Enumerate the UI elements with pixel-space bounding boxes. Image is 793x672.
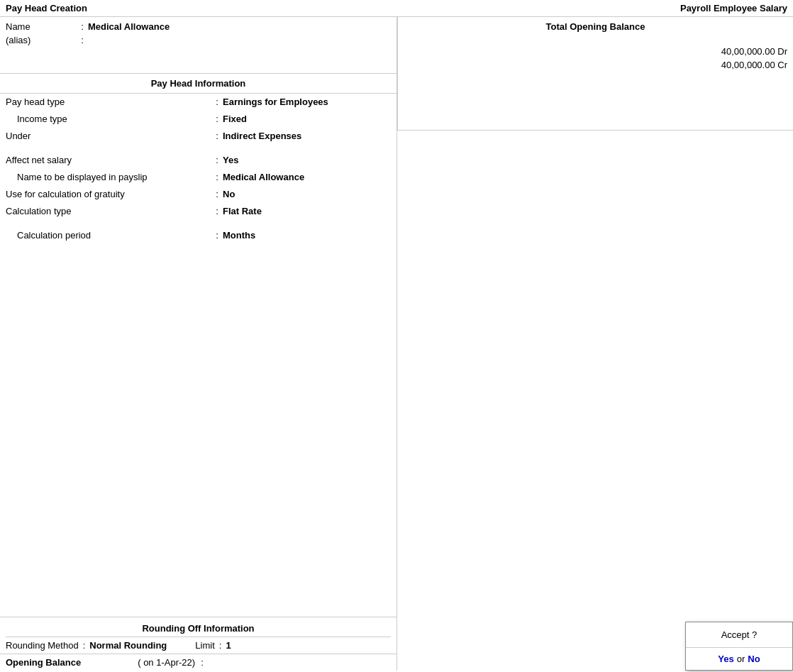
- rounding-limit-label: Limit: [195, 640, 214, 651]
- info-value: Flat Rate: [223, 206, 262, 216]
- info-row: Name to be displayed in payslip:Medical …: [6, 172, 391, 187]
- alias-sep: :: [77, 35, 88, 45]
- total-opening-balance: Total Opening Balance 40,00,000.00 Dr 40…: [397, 17, 793, 131]
- accept-yes-button[interactable]: Yes: [718, 654, 733, 664]
- accept-or-label: or: [737, 654, 745, 664]
- info-sep: :: [211, 230, 223, 241]
- left-panel: Name : Medical Allowance (alias) : Pay H…: [0, 17, 397, 671]
- info-value: Fixed: [223, 114, 247, 124]
- info-label: Calculation type: [6, 206, 211, 216]
- name-value: Medical Allowance: [88, 21, 170, 32]
- info-sep: :: [211, 155, 223, 165]
- info-sep: :: [211, 131, 223, 141]
- accept-no-button[interactable]: No: [748, 654, 760, 664]
- top-bar: Pay Head Creation Payroll Employee Salar…: [0, 0, 793, 17]
- info-row: Income type:Fixed: [6, 114, 391, 129]
- info-label: Under: [6, 131, 211, 141]
- name-row: Name : Medical Allowance: [6, 21, 391, 32]
- info-row: Calculation type:Flat Rate: [6, 206, 391, 221]
- rounding-method-value: Normal Rounding: [89, 640, 167, 651]
- info-value: Indirect Expenses: [223, 131, 301, 141]
- info-label: Affect net salary: [6, 155, 211, 165]
- info-sep: :: [211, 114, 223, 124]
- name-sep: :: [77, 21, 88, 32]
- info-value: No: [223, 189, 235, 199]
- info-label: Calculation period: [6, 230, 211, 241]
- rounding-method-label: Rounding Method: [6, 640, 79, 651]
- top-bar-left-title: Pay Head Creation: [6, 3, 87, 13]
- opening-balance-label: Opening Balance: [6, 657, 81, 668]
- tob-cr-amount: 40,00,000.00 Cr: [721, 60, 787, 70]
- info-label: Use for calculation of gratuity: [6, 189, 211, 199]
- tob-dr-amount: 40,00,000.00 Dr: [721, 46, 787, 57]
- right-content: [397, 131, 793, 671]
- info-value: Yes: [223, 155, 238, 165]
- info-row: Calculation period:Months: [6, 230, 391, 246]
- info-label: Income type: [6, 114, 211, 124]
- info-value: Earnings for Employees: [223, 97, 328, 107]
- rounding-limit-sep: :: [219, 640, 222, 651]
- info-sep: :: [211, 97, 223, 107]
- alias-row: (alias) :: [6, 35, 391, 45]
- info-value: Months: [223, 230, 255, 241]
- rounding-limit-value: 1: [226, 640, 231, 651]
- info-row: Use for calculation of gratuity:No: [6, 189, 391, 204]
- tob-cr-row: 40,00,000.00 Cr: [404, 60, 787, 70]
- main-layout: Name : Medical Allowance (alias) : Pay H…: [0, 17, 793, 671]
- rounding-header: Rounding Off Information: [6, 620, 391, 637]
- name-alias-section: Name : Medical Allowance (alias) :: [0, 17, 396, 74]
- rounding-section: Rounding Off Information Rounding Method…: [0, 617, 396, 654]
- right-panel: Total Opening Balance 40,00,000.00 Dr 40…: [397, 17, 793, 671]
- opening-balance-sep: :: [201, 657, 204, 668]
- rounding-row: Rounding Method : Normal Rounding Limit …: [6, 640, 391, 651]
- info-row: Pay head type:Earnings for Employees: [6, 97, 391, 112]
- info-label: Name to be displayed in payslip: [6, 172, 211, 182]
- opening-balance-section: Opening Balance ( on 1-Apr-22) :: [0, 654, 396, 671]
- opening-balance-date: ( on 1-Apr-22): [138, 657, 195, 668]
- info-row: Under:Indirect Expenses: [6, 131, 391, 146]
- info-sep: :: [211, 206, 223, 216]
- accept-title: Accept ?: [686, 622, 792, 648]
- alias-label: (alias): [6, 35, 77, 45]
- info-value: Medical Allowance: [223, 172, 304, 182]
- info-sep: :: [211, 189, 223, 199]
- tob-title: Total Opening Balance: [404, 21, 787, 32]
- tob-dr-row: 40,00,000.00 Dr: [404, 46, 787, 57]
- accept-dialog: Accept ? Yes or No: [685, 622, 793, 671]
- pay-head-info-content: Pay head type:Earnings for EmployeesInco…: [0, 94, 396, 617]
- top-bar-right-title: Payroll Employee Salary: [680, 3, 787, 13]
- info-row: Affect net salary:Yes: [6, 155, 391, 170]
- info-label: Pay head type: [6, 97, 211, 107]
- rounding-method-sep: :: [83, 640, 86, 651]
- accept-buttons: Yes or No: [686, 648, 792, 670]
- pay-head-info-header: Pay Head Information: [0, 74, 396, 94]
- info-sep: :: [211, 172, 223, 182]
- name-label: Name: [6, 21, 77, 32]
